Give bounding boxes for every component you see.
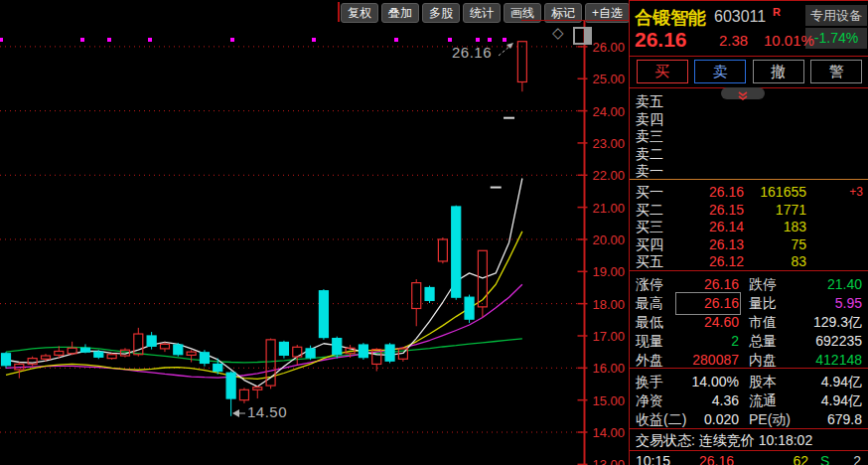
trade-button-sell[interactable]: 卖 (694, 60, 746, 83)
stat-label: 市值 (749, 313, 777, 332)
level-extra: +3 (849, 183, 863, 201)
level-volume: 1771 (747, 201, 806, 219)
candlestick-chart[interactable]: 26.0025.0024.0023.0022.0021.0020.0019.00… (0, 0, 629, 465)
stat-value: 4.94亿 (789, 373, 862, 391)
stat-label: 最高 (636, 294, 663, 313)
stat-value: 2 (677, 332, 739, 351)
svg-text:25.00: 25.00 (593, 72, 626, 86)
level-label: 卖五 (636, 92, 663, 110)
stat-value: 24.60 (677, 313, 739, 332)
svg-text:21.00: 21.00 (593, 201, 626, 216)
stat-value: 5.95 (789, 294, 862, 313)
svg-text:19.00: 19.00 (593, 264, 626, 279)
toolbar-button-4[interactable]: 统计 (463, 3, 501, 23)
stats-row: 现量2总量692235 (630, 332, 868, 351)
tick-count: 2 (853, 452, 861, 465)
low-price-annotation: 14.50 (247, 403, 287, 420)
svg-text:20.00: 20.00 (593, 232, 626, 247)
toolbar-button-3[interactable]: 多股 (422, 3, 460, 23)
ask-level-4[interactable]: 卖四 (630, 110, 868, 128)
stat-label: 涨停 (636, 275, 663, 294)
ask-level-2[interactable]: 卖二 (630, 145, 868, 163)
svg-text:17.00: 17.00 (593, 329, 626, 344)
level-price: 26.13 (689, 235, 744, 253)
price-change: 2.38 (719, 32, 748, 49)
stat-value: 26.16 (677, 294, 739, 313)
quote-panel: 合锻智能 603011 R 专用设备 -1.74% 26.16 2.38 10.… (629, 0, 868, 465)
level-label: 买五 (636, 252, 663, 270)
trade-status-time: 10:18:02 (759, 432, 813, 448)
panel-toggle-icon[interactable] (573, 27, 592, 45)
svg-text:22.00: 22.00 (593, 168, 626, 183)
stat-value: 4.94亿 (789, 391, 862, 410)
stat-label: 跌停 (749, 275, 777, 294)
level-price: 26.15 (689, 201, 744, 219)
level-label: 买二 (636, 201, 663, 219)
bid-level-2[interactable]: 买二26.151771 (630, 201, 868, 219)
ask-level-1[interactable]: 卖一 (630, 162, 868, 180)
trade-status-value: 连续竞价 (699, 432, 755, 448)
svg-text:16.00: 16.00 (593, 361, 626, 376)
stat-value: 692235 (789, 332, 862, 351)
current-price: 26.16 (635, 28, 687, 52)
stock-header: 合锻智能 603011 R 专用设备 -1.74% 26.16 2.38 10.… (630, 1, 868, 56)
ask-level-3[interactable]: 卖三 (630, 127, 868, 145)
trade-buttons: 买卖撤警 (630, 57, 868, 86)
margin-flag: R (773, 6, 781, 18)
bid-level-4[interactable]: 买四26.1375 (630, 235, 868, 253)
stat-label: 流通 (749, 391, 777, 410)
stat-value: 26.16 (677, 275, 739, 294)
high-price-annotation: 26.16 (452, 44, 492, 61)
ask-level-5[interactable]: 卖五 (630, 92, 868, 110)
stat-value: 14.00% (677, 373, 739, 391)
level-label: 买三 (636, 218, 663, 235)
level-label: 卖一 (636, 162, 663, 180)
stats-row: 换手14.00%股本4.94亿 (630, 373, 868, 391)
trade-button-buy[interactable]: 买 (637, 60, 688, 83)
stat-label: 最低 (636, 313, 663, 332)
tick-price: 26.16 (699, 452, 734, 465)
level-label: 买四 (636, 235, 663, 253)
svg-text:15.00: 15.00 (593, 393, 626, 408)
draw-marker-icon[interactable]: ◇ (552, 24, 564, 42)
svg-text:24.00: 24.00 (593, 104, 626, 119)
toolbar-divider (338, 2, 340, 22)
svg-text:14.00: 14.00 (593, 425, 626, 440)
svg-text:13.00: 13.00 (593, 457, 626, 465)
level-volume: 83 (747, 252, 806, 270)
stats-row: 最高26.16量比5.95 (630, 294, 868, 313)
stat-label: PE(动) (749, 410, 791, 429)
trade-button-plain[interactable]: 撤 (753, 60, 804, 83)
bid-level-5[interactable]: 买五26.1283 (630, 252, 868, 270)
tick-list-row[interactable]: 10:15 26.16 62 S 2 (630, 452, 868, 465)
level-volume: 183 (747, 218, 806, 235)
stats-row: 净资4.36流通4.94亿 (630, 391, 868, 410)
sector-badge[interactable]: 专用设备 (805, 5, 867, 26)
stat-label: 股本 (749, 373, 777, 391)
svg-text:18.00: 18.00 (593, 297, 626, 312)
bid-level-3[interactable]: 买三26.14183 (630, 218, 868, 235)
level-label: 买一 (636, 183, 663, 201)
toolbar-button-1[interactable]: 复权 (341, 3, 378, 23)
stat-value: 21.40 (789, 275, 862, 294)
stats-row: 最低24.60市值129.3亿 (630, 313, 868, 332)
bid-ask-divider (630, 179, 868, 180)
stats-row: 涨停26.16跌停21.40 (630, 275, 868, 294)
stat-label: 量比 (749, 294, 777, 313)
level-volume: 161655 (747, 183, 806, 201)
level-volume: 75 (747, 235, 806, 253)
tick-side: S (820, 452, 829, 465)
svg-text:26.00: 26.00 (593, 40, 626, 55)
kline-chart-pane: 26.0025.0024.0023.0022.0021.0020.0019.00… (0, 0, 629, 465)
toolbar-button-2[interactable]: 叠加 (381, 3, 419, 23)
stat-value: 4.36 (677, 391, 739, 410)
stat-label: 换手 (636, 373, 663, 391)
stat-value: 679.8 (789, 410, 862, 429)
stat-value: 129.3亿 (789, 313, 862, 332)
svg-text:23.00: 23.00 (593, 136, 626, 151)
sector-change-badge[interactable]: -1.74% (805, 28, 867, 49)
level-label: 卖二 (636, 145, 663, 163)
trade-button-plain[interactable]: 警 (810, 60, 862, 83)
bid-level-1[interactable]: 买一26.16161655+3 (630, 183, 868, 201)
tick-volume: 62 (779, 452, 808, 465)
